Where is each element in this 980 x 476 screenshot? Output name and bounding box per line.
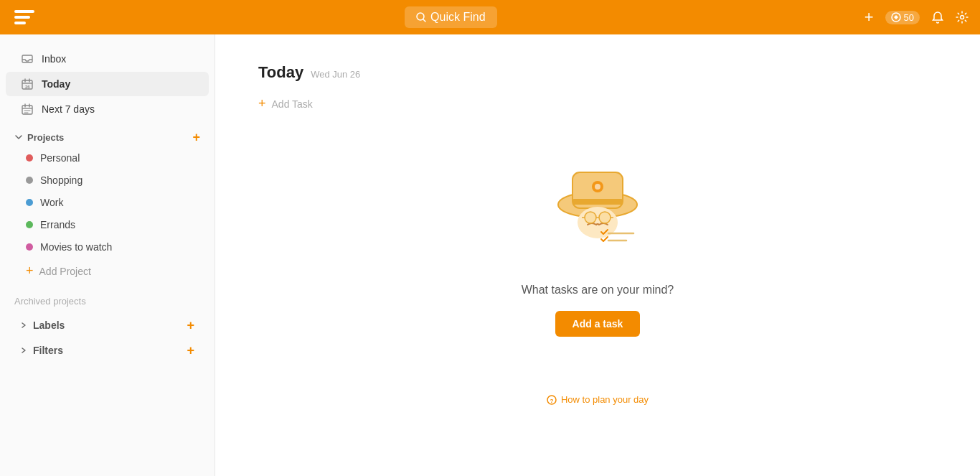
topnav: Quick Find + 50 xyxy=(0,0,980,34)
help-icon: ? xyxy=(547,395,557,405)
inbox-label: Inbox xyxy=(42,53,194,65)
svg-rect-21 xyxy=(573,199,623,205)
labels-collapse-btn[interactable]: Labels xyxy=(20,319,65,331)
archived-projects-label: Archived projects xyxy=(14,296,86,307)
sidebar-item-today[interactable]: 26 Today xyxy=(6,72,209,96)
project-dot-movies xyxy=(26,243,33,251)
main-content: Today Wed Jun 26 + Add Task xyxy=(215,34,980,476)
svg-text:?: ? xyxy=(550,398,553,404)
topnav-right: + 50 xyxy=(864,8,969,27)
svg-text:26: 26 xyxy=(25,85,30,89)
app-layout: Inbox 26 Today xyxy=(0,34,980,476)
gear-icon xyxy=(956,11,969,24)
svg-point-24 xyxy=(595,184,600,190)
karma-icon xyxy=(891,12,901,22)
inbox-icon xyxy=(20,52,34,66)
project-label-personal: Personal xyxy=(40,152,80,164)
add-task-row[interactable]: + Add Task xyxy=(258,96,937,111)
add-project-label: Add Project xyxy=(39,266,91,277)
search-icon xyxy=(416,12,426,22)
add-project-plus-icon: + xyxy=(26,263,34,279)
add-label-icon[interactable]: + xyxy=(187,319,194,332)
svg-rect-0 xyxy=(14,10,34,13)
help-link[interactable]: ? How to plan your day xyxy=(547,394,649,405)
svg-point-6 xyxy=(960,16,963,19)
quick-find-label: Quick Find xyxy=(430,11,485,24)
add-project-icon-btn[interactable]: + xyxy=(192,131,200,144)
settings-button[interactable] xyxy=(956,11,969,24)
chevron-right-icon-labels xyxy=(20,322,27,329)
labels-label: Labels xyxy=(33,319,65,331)
add-task-plus-icon: + xyxy=(258,96,266,111)
bell-icon xyxy=(931,11,944,24)
karma-score: 50 xyxy=(904,12,914,23)
add-filter-icon[interactable]: + xyxy=(187,344,194,357)
help-link-text: How to plan your day xyxy=(561,394,649,405)
add-project-row[interactable]: + Add Project xyxy=(6,258,209,284)
today-icon: 26 xyxy=(20,77,34,91)
quick-find-bar[interactable]: Quick Find xyxy=(405,6,496,28)
main-title: Today xyxy=(258,63,303,82)
main-date: Wed Jun 26 xyxy=(311,69,360,80)
filters-label: Filters xyxy=(33,345,63,356)
archived-projects-section: Archived projects xyxy=(0,284,215,312)
svg-point-27 xyxy=(585,212,596,223)
project-dot-errands xyxy=(26,221,33,228)
project-label-movies: Movies to watch xyxy=(40,241,112,253)
project-item-work[interactable]: Work xyxy=(6,192,209,213)
svg-rect-2 xyxy=(14,22,26,24)
empty-state-illustration xyxy=(533,140,662,269)
next7-icon xyxy=(20,102,34,116)
project-dot-work xyxy=(26,199,33,206)
project-item-errands[interactable]: Errands xyxy=(6,214,209,235)
main-header: Today Wed Jun 26 xyxy=(258,63,937,82)
sidebar-item-inbox[interactable]: Inbox xyxy=(6,47,209,71)
add-task-label: Add Task xyxy=(272,98,313,110)
empty-state: What tasks are on your mind? Add a task … xyxy=(258,140,937,405)
project-label-work: Work xyxy=(40,197,63,208)
empty-state-text: What tasks are on your mind? xyxy=(522,284,674,297)
karma-badge[interactable]: 50 xyxy=(885,11,920,24)
svg-rect-1 xyxy=(14,16,30,19)
app-logo[interactable] xyxy=(11,4,37,30)
project-item-personal[interactable]: Personal xyxy=(6,147,209,169)
topnav-left xyxy=(11,4,37,30)
projects-section-header: Projects + xyxy=(0,122,215,146)
project-dot-personal xyxy=(26,154,33,162)
svg-point-28 xyxy=(599,212,611,223)
projects-section-label: Projects xyxy=(27,132,64,143)
chevron-right-icon-filters xyxy=(20,347,27,354)
notifications-button[interactable] xyxy=(931,11,944,24)
sidebar: Inbox 26 Today xyxy=(0,34,215,476)
project-dot-shopping xyxy=(26,177,33,184)
svg-line-4 xyxy=(423,19,425,22)
add-button[interactable]: + xyxy=(864,8,874,27)
project-item-shopping[interactable]: Shopping xyxy=(6,169,209,191)
project-label-errands: Errands xyxy=(40,219,75,230)
labels-section[interactable]: Labels + xyxy=(6,313,209,337)
project-label-shopping: Shopping xyxy=(40,174,83,186)
filters-section[interactable]: Filters + xyxy=(6,338,209,363)
chevron-down-icon xyxy=(14,133,23,141)
projects-collapse-btn[interactable]: Projects xyxy=(14,132,64,143)
next7-label: Next 7 days xyxy=(42,103,194,115)
today-label: Today xyxy=(42,78,194,90)
filters-collapse-btn[interactable]: Filters xyxy=(20,345,63,356)
add-task-button[interactable]: Add a task xyxy=(555,311,641,337)
sidebar-item-next7[interactable]: Next 7 days xyxy=(6,97,209,121)
project-item-movies[interactable]: Movies to watch xyxy=(6,236,209,258)
